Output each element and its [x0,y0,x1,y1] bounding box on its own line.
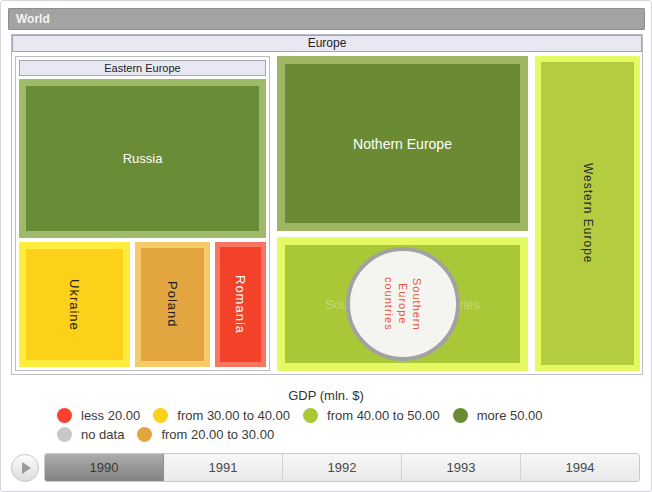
year-button-1992[interactable]: 1992 [283,454,402,481]
legend-swatch-orange [137,427,152,442]
legend-items: less 20.00 from 30.00 to 40.00 from 40.0… [43,408,609,442]
legend-label: from 40.00 to 50.00 [327,408,440,423]
eastern-europe-group-header[interactable]: Eastern Europe [19,60,266,76]
southern-europe-no-data-circle[interactable]: Southern Europe countries [346,247,460,361]
treemap-widget: World Europe Eastern Europe Russia Ukrai… [0,0,652,492]
play-button[interactable] [11,454,39,482]
legend-swatch-yellow [153,408,168,423]
tile-northern-europe-label: Nothern Europe [353,136,452,152]
tile-russia-label: Russia [123,151,163,166]
legend-swatch-yellow-green [303,408,318,423]
legend-label: less 20.00 [81,408,140,423]
legend-label: no data [81,427,124,442]
year-button-1993[interactable]: 1993 [402,454,521,481]
year-button-1991[interactable]: 1991 [164,454,283,481]
middle-column: Nothern Europe Southern Europe countries… [277,56,528,371]
legend-swatch-gray [57,427,72,442]
legend-item-no-data: no data [57,427,124,442]
tile-poland[interactable]: Poland [135,242,210,367]
tile-ukraine[interactable]: Ukraine [19,242,130,367]
legend-swatch-red [57,408,72,423]
eastern-europe-group: Eastern Europe Russia Ukraine Poland Ro [15,56,270,371]
eastern-europe-bottom-row: Ukraine Poland Romania [19,242,266,367]
legend: GDP (mln. $) less 20.00 from 30.00 to 40… [1,388,651,442]
legend-title: GDP (mln. $) [1,388,651,403]
legend-item-less-20: less 20.00 [57,408,140,423]
year-button-1990[interactable]: 1990 [45,454,164,481]
tile-poland-label: Poland [165,281,180,327]
europe-group: Europe Eastern Europe Russia Ukraine Pol… [11,34,643,375]
legend-item-more-50: more 50.00 [453,408,543,423]
legend-item-20-30: from 20.00 to 30.00 [137,427,274,442]
legend-label: from 30.00 to 40.00 [177,408,290,423]
legend-item-40-50: from 40.00 to 50.00 [303,408,440,423]
play-icon [22,462,31,474]
tile-northern-europe[interactable]: Nothern Europe [277,56,528,231]
europe-content: Eastern Europe Russia Ukraine Poland Ro [15,56,640,371]
year-button-1994[interactable]: 1994 [521,454,639,481]
tile-romania-label: Romania [233,275,248,334]
southern-label-line-1: Southern [410,277,424,331]
southern-label-line-2: Europe [396,277,410,331]
tile-western-europe-label: Western Europe [581,163,595,264]
legend-label: more 50.00 [477,408,543,423]
tile-southern-europe[interactable]: Southern Europe countries Southern Europ… [277,237,528,371]
timeline: 1990 1991 1992 1993 1994 [11,453,640,482]
eastern-europe-content: Russia Ukraine Poland Romania [19,79,266,367]
breadcrumb-world-bar[interactable]: World [8,8,645,30]
legend-item-30-40: from 30.00 to 40.00 [153,408,290,423]
tile-russia[interactable]: Russia [19,79,266,238]
southern-europe-circle-label: Southern Europe countries [382,277,424,331]
legend-label: from 20.00 to 30.00 [161,427,274,442]
europe-group-header[interactable]: Europe [12,35,642,52]
tile-romania[interactable]: Romania [215,242,266,367]
southern-label-line-3: countries [382,277,396,331]
tile-ukraine-label: Ukraine [67,279,82,331]
timeline-years: 1990 1991 1992 1993 1994 [44,453,640,482]
legend-swatch-dark-green [453,408,468,423]
tile-western-europe[interactable]: Western Europe [535,56,640,371]
